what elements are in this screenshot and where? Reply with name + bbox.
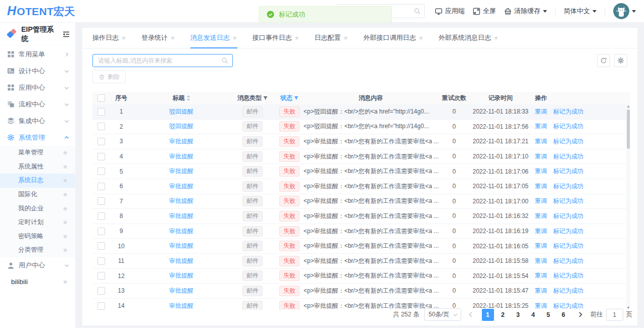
table-scrollbar[interactable]: ▲ ▼ xyxy=(626,104,630,310)
page-number-3[interactable]: 3 xyxy=(512,309,524,321)
retry-action-link[interactable]: 重调 xyxy=(535,287,547,295)
favorite-star-icon[interactable]: ★ xyxy=(62,205,68,212)
row-checkbox[interactable] xyxy=(97,153,105,160)
mark-success-action-link[interactable]: 标记为成功 xyxy=(553,152,583,161)
filter-icon[interactable] xyxy=(263,96,268,100)
favorite-star-icon[interactable]: ★ xyxy=(62,163,68,170)
mark-success-action-link[interactable]: 标记为成功 xyxy=(553,137,583,146)
sidebar-subitem[interactable]: 菜单管理★ xyxy=(0,146,75,160)
collapse-sidebar-icon[interactable] xyxy=(62,30,70,38)
message-title-link[interactable]: 审批提醒 xyxy=(169,287,193,294)
language-selector[interactable]: 简体中文 xyxy=(564,7,597,16)
sidebar-item[interactable]: 系统管理 xyxy=(0,129,75,146)
row-checkbox[interactable] xyxy=(97,242,105,250)
favorite-star-icon[interactable]: ★ xyxy=(62,279,68,285)
tab-3[interactable]: 消息发送日志★ xyxy=(190,28,237,48)
favorite-star-icon[interactable]: ★ xyxy=(62,177,68,184)
mark-success-action-link[interactable]: 标记为成功 xyxy=(553,122,583,131)
message-title-link[interactable]: 审批提醒 xyxy=(169,183,193,190)
tab-7[interactable]: 外部系统消息日志★ xyxy=(438,28,499,48)
goto-page-input[interactable] xyxy=(606,309,623,321)
tab-5[interactable]: 日志配置★ xyxy=(315,28,349,48)
page-number-2[interactable]: 2 xyxy=(497,309,509,321)
mark-success-action-link[interactable]: 标记为成功 xyxy=(553,182,583,191)
sidebar-subitem[interactable]: 我的企业★ xyxy=(0,201,75,215)
page-number-4[interactable]: 4 xyxy=(527,309,539,321)
favorite-star-icon[interactable]: ★ xyxy=(62,233,68,240)
column-settings-button[interactable] xyxy=(614,54,627,67)
row-checkbox[interactable] xyxy=(97,183,105,190)
tab-4[interactable]: 接口事件日志★ xyxy=(253,28,300,48)
retry-action-link[interactable]: 重调 xyxy=(535,257,547,265)
row-checkbox[interactable] xyxy=(97,168,105,175)
message-title-link[interactable]: 审批提醒 xyxy=(169,197,193,204)
sidebar-subitem[interactable]: 系统日志★ xyxy=(0,174,75,188)
sidebar-subitem[interactable]: 密码策略★ xyxy=(0,230,75,244)
message-title-link[interactable]: 审批提醒 xyxy=(169,302,193,309)
user-menu[interactable] xyxy=(613,3,636,19)
mark-success-action-link[interactable]: 标记为成功 xyxy=(553,287,583,295)
retry-action-link[interactable]: 重调 xyxy=(535,137,547,146)
mark-success-action-link[interactable]: 标记为成功 xyxy=(553,227,583,236)
search-icon[interactable] xyxy=(414,8,421,15)
favorite-star-icon[interactable]: ★ xyxy=(62,191,68,198)
delete-button[interactable]: 删除 xyxy=(92,70,126,83)
retry-action-link[interactable]: 重调 xyxy=(535,107,547,116)
favorite-star-icon[interactable]: ★ xyxy=(418,35,423,41)
sidebar-subitem[interactable]: 定时计划★ xyxy=(0,215,75,230)
message-title-link[interactable]: 驳回提醒 xyxy=(169,108,193,115)
page-number-6[interactable]: 6 xyxy=(558,309,570,321)
row-checkbox[interactable] xyxy=(97,123,105,130)
sidebar-subitem[interactable]: 分类管理★ xyxy=(0,243,75,257)
mark-success-action-link[interactable]: 标记为成功 xyxy=(553,197,583,205)
favorite-star-icon[interactable]: ★ xyxy=(62,149,68,156)
favorite-star-icon[interactable]: ★ xyxy=(62,219,68,226)
mark-success-action-link[interactable]: 标记为成功 xyxy=(553,212,583,220)
row-checkbox[interactable] xyxy=(97,108,105,116)
sidebar-item[interactable]: 常用菜单 xyxy=(0,46,75,63)
search-icon[interactable] xyxy=(221,57,228,64)
message-title-link[interactable]: 审批提醒 xyxy=(169,168,193,175)
sidebar-item[interactable]: 集成中心 xyxy=(0,113,75,129)
tab-6[interactable]: 外部接口调用日志★ xyxy=(363,28,423,48)
favorite-star-icon[interactable]: ★ xyxy=(294,35,300,41)
row-checkbox[interactable] xyxy=(97,272,105,280)
sidebar-subitem[interactable]: bilibili★ xyxy=(0,274,75,290)
retry-action-link[interactable]: 重调 xyxy=(535,271,547,280)
select-all-checkbox[interactable] xyxy=(97,94,105,102)
message-title-link[interactable]: 审批提醒 xyxy=(169,242,193,249)
message-title-link[interactable]: 驳回提醒 xyxy=(169,123,193,130)
mark-success-action-link[interactable]: 标记为成功 xyxy=(553,242,583,250)
sidebar-subitem[interactable]: 国际化★ xyxy=(0,188,75,202)
app-client-button[interactable]: 应用端 xyxy=(435,7,465,16)
favorite-star-icon[interactable]: ★ xyxy=(170,35,175,41)
scrollbar-thumb[interactable] xyxy=(627,109,630,149)
page-size-select[interactable]: 50条/页 xyxy=(424,308,461,321)
row-checkbox[interactable] xyxy=(97,302,105,310)
retry-action-link[interactable]: 重调 xyxy=(535,242,547,250)
sidebar-item[interactable]: 用户中心 xyxy=(0,257,75,274)
message-title-link[interactable]: 审批提醒 xyxy=(169,212,193,219)
page-number-5[interactable]: 5 xyxy=(542,309,555,321)
scroll-up-arrow[interactable]: ▲ xyxy=(626,104,630,108)
prev-page-button[interactable] xyxy=(466,309,476,321)
retry-action-link[interactable]: 重调 xyxy=(535,197,547,205)
fullscreen-button[interactable]: 全屏 xyxy=(473,7,496,16)
clear-cache-button[interactable]: 清除缓存 xyxy=(504,7,547,16)
mark-success-action-link[interactable]: 标记为成功 xyxy=(553,257,583,265)
sidebar-item[interactable]: 设计中心 xyxy=(0,63,75,79)
filter-icon[interactable] xyxy=(294,96,299,100)
column-header-title[interactable]: 标题 xyxy=(133,94,230,102)
column-header-status[interactable]: 状态 xyxy=(275,94,304,102)
row-checkbox[interactable] xyxy=(97,228,105,235)
message-title-link[interactable]: 审批提醒 xyxy=(169,228,193,235)
table-search-input[interactable] xyxy=(92,54,233,67)
message-title-link[interactable]: 审批提醒 xyxy=(169,257,193,264)
refresh-button[interactable] xyxy=(597,54,610,67)
row-checkbox[interactable] xyxy=(97,257,105,265)
mark-success-action-link[interactable]: 标记为成功 xyxy=(553,107,583,116)
row-checkbox[interactable] xyxy=(97,287,105,295)
tab-1[interactable]: 操作日志★ xyxy=(92,28,126,48)
favorite-star-icon[interactable]: ★ xyxy=(493,35,499,41)
next-page-button[interactable] xyxy=(576,309,586,321)
